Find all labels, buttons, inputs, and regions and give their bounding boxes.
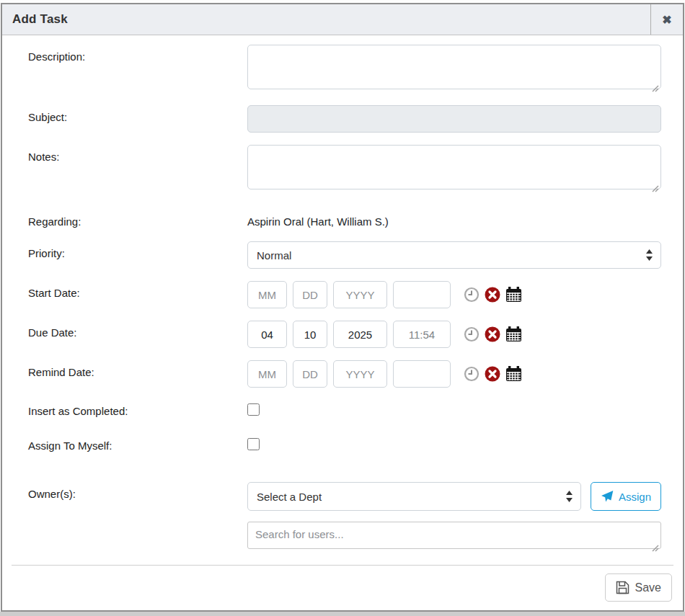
notes-label: Notes: (28, 145, 247, 163)
insert-completed-checkbox[interactable] (247, 403, 260, 416)
remind-time-input[interactable] (393, 360, 451, 388)
insert-completed-label: Insert as Completed: (28, 405, 247, 417)
assign-button-label: Assign (619, 491, 651, 503)
save-button[interactable]: Save (605, 573, 672, 602)
page-backdrop-bottom (0, 612, 685, 616)
remind-date-row: Remind Date: (28, 360, 661, 388)
paper-plane-icon (601, 490, 614, 503)
add-task-modal: Add Task ✖ Description: Subject: (1, 3, 684, 612)
modal-body: Description: Subject: Notes: (2, 35, 683, 565)
close-icon: ✖ (662, 13, 671, 27)
clear-date-icon[interactable] (485, 287, 500, 303)
close-button[interactable]: ✖ (650, 4, 683, 35)
description-textarea[interactable] (247, 45, 661, 89)
remind-year-input[interactable] (333, 360, 387, 388)
due-time-input[interactable] (393, 321, 451, 348)
floppy-disk-icon (616, 581, 629, 594)
regarding-label: Regarding: (28, 210, 247, 228)
due-date-label: Due Date: (28, 321, 247, 339)
start-time-input[interactable] (393, 281, 451, 308)
notes-textarea[interactable] (247, 145, 661, 189)
insert-completed-row: Insert as Completed: (28, 403, 661, 419)
regarding-row: Regarding: Aspirin Oral (Hart, William S… (28, 210, 661, 228)
priority-row: Priority: Normal (28, 241, 661, 269)
assign-myself-checkbox[interactable] (247, 438, 260, 450)
description-row: Description: (28, 45, 661, 92)
save-button-label: Save (635, 581, 661, 594)
modal-header: Add Task ✖ (2, 4, 683, 35)
notes-row: Notes: (28, 145, 661, 192)
priority-select[interactable]: Normal (247, 241, 661, 269)
due-year-input[interactable] (333, 321, 387, 348)
regarding-value: Aspirin Oral (Hart, William S.) (247, 210, 661, 228)
modal-footer: Save (12, 565, 673, 610)
due-date-row: Due Date: (28, 321, 661, 348)
subject-row: Subject: (28, 105, 661, 133)
owners-label: Owner(s): (28, 482, 247, 500)
clear-date-icon[interactable] (485, 326, 500, 342)
assign-myself-row: Assign To Myself: (28, 438, 661, 453)
start-month-input[interactable] (247, 281, 287, 308)
clear-date-icon[interactable] (485, 366, 500, 382)
start-date-row: Start Date: (28, 281, 661, 308)
calendar-icon[interactable] (505, 366, 522, 382)
priority-label: Priority: (28, 241, 247, 259)
remind-day-input[interactable] (293, 360, 327, 388)
calendar-icon[interactable] (505, 287, 522, 303)
remind-month-input[interactable] (247, 360, 287, 388)
assign-button[interactable]: Assign (591, 482, 661, 511)
dept-select[interactable]: Select a Dept (247, 482, 581, 511)
remind-date-label: Remind Date: (28, 360, 247, 378)
assign-myself-label: Assign To Myself: (28, 439, 247, 452)
start-day-input[interactable] (293, 281, 327, 308)
modal-title: Add Task (2, 4, 650, 35)
due-day-input[interactable] (293, 321, 327, 348)
subject-label: Subject: (28, 105, 247, 123)
subject-input (247, 105, 661, 133)
description-label: Description: (28, 45, 247, 63)
start-year-input[interactable] (333, 281, 387, 308)
calendar-icon[interactable] (505, 326, 522, 342)
clock-icon[interactable] (464, 287, 480, 303)
start-date-label: Start Date: (28, 281, 247, 299)
user-search-input[interactable] (247, 522, 661, 549)
clock-icon[interactable] (464, 366, 480, 382)
clock-icon[interactable] (464, 326, 480, 342)
due-month-input[interactable] (247, 321, 287, 348)
owners-row: Owner(s): Select a Dept (28, 482, 661, 552)
